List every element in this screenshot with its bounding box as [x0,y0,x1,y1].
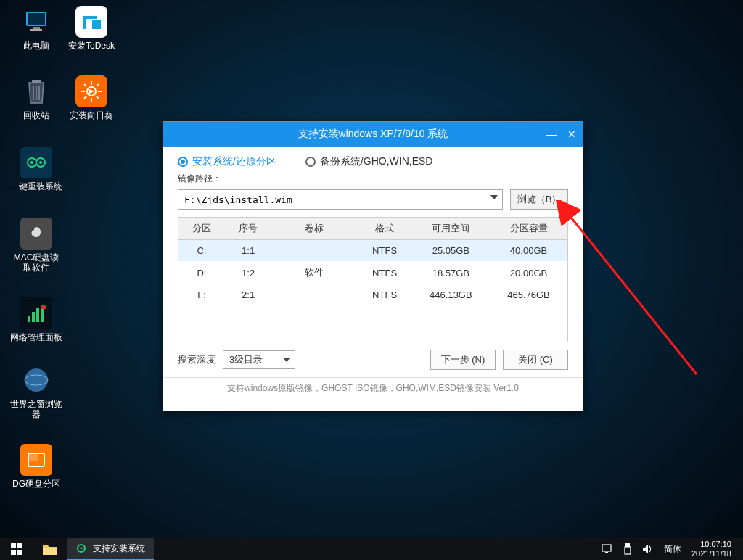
netpanel-icon [20,297,52,329]
dialog-footer-row: 搜索深度 3级目录 下一步 (N) 关闭 (C) [163,342,583,377]
mac-hdd-icon [20,218,52,250]
svg-rect-43 [605,552,608,553]
svg-rect-3 [30,29,42,31]
tray-ime[interactable]: 简体 [664,543,681,556]
svg-rect-39 [43,548,57,555]
desktop: 此电脑 安装ToDesk 回收站 安装向日葵 一键重装系统 MAC硬盘读 取软件 [0,0,743,538]
svg-rect-2 [33,27,40,29]
desktop-icon-browser[interactable]: 世界之窗浏览 器 [10,364,62,420]
svg-point-41 [81,548,83,550]
partition-table[interactable]: 分区 序号 卷标 格式 可用空间 分区容量 C: 1:1 NTFS 25.05 [178,217,568,342]
dgdisk-icon [20,444,52,476]
chevron-down-icon [283,358,290,362]
svg-rect-29 [41,305,46,309]
desktop-icon-todesk[interactable]: 安装ToDesk [65,6,118,51]
th-serial[interactable]: 序号 [225,218,271,240]
desktop-icon-label: 此电脑 [10,41,62,51]
browse-button-label: 浏览（B） [517,193,562,206]
table-row[interactable]: C: 1:1 NTFS 25.05GB 40.00GB [178,240,568,262]
svg-line-19 [84,96,86,99]
svg-rect-26 [32,312,35,322]
svg-rect-27 [36,308,39,322]
desktop-icon-macread[interactable]: MAC硬盘读 取软件 [10,218,62,273]
radio-backup[interactable]: 备份系统/GHO,WIN,ESD [305,155,433,168]
desktop-icon-label: MAC硬盘读 取软件 [10,252,62,273]
tray-volume-icon[interactable] [642,544,654,554]
partition-table-wrap: 分区 序号 卷标 格式 可用空间 分区容量 C: 1:1 NTFS 25.05 [163,217,583,342]
svg-rect-37 [11,550,16,555]
desktop-icon-sunflower[interactable]: 安装向日葵 [65,75,118,120]
start-button[interactable] [0,538,33,560]
depth-value: 3级目录 [229,353,263,366]
search-depth-dropdown[interactable]: 3级目录 [223,350,295,369]
close-button[interactable]: ✕ [565,128,578,140]
clock-date: 2021/11/18 [691,549,731,559]
tray-usb-icon[interactable] [623,543,632,555]
radio-label: 安装系统/还原分区 [192,155,276,168]
dialog-footer-text: 支持windows原版镜像，GHOST ISO镜像，GHO,WIM,ESD镜像安… [163,377,583,399]
table-row[interactable] [178,305,568,342]
svg-line-18 [97,84,99,86]
svg-rect-25 [28,316,30,322]
svg-rect-33 [28,453,38,461]
svg-marker-20 [89,89,94,94]
desktop-icon-dgdisk[interactable]: DG硬盘分区 [10,444,62,489]
desktop-icon-label: 世界之窗浏览 器 [10,399,62,420]
svg-rect-35 [11,543,16,548]
taskbar: 支持安装系统 简体 10:07:10 2021/11/18 [0,538,743,560]
desktop-icon-recycle[interactable]: 回收站 [10,75,62,120]
desktop-icon-pc[interactable]: 此电脑 [10,6,62,51]
th-format[interactable]: 格式 [358,218,412,240]
browse-button[interactable]: 浏览（B） [510,189,568,210]
svg-rect-7 [32,80,41,83]
taskbar-explorer[interactable] [33,538,67,560]
svg-rect-1 [28,13,45,25]
th-volume[interactable]: 卷标 [271,218,357,240]
next-button[interactable]: 下一步 (N) [430,350,496,370]
desktop-icon-netpanel[interactable]: 网络管理面板 [10,297,62,342]
tray-clock[interactable]: 10:07:10 2021/11/18 [691,540,739,558]
close-dialog-button[interactable]: 关闭 (C) [503,350,568,370]
depth-label: 搜索深度 [178,353,215,366]
dialog-title: 支持安装windows XP/7/8/10 系统 [298,128,448,141]
radio-install-restore[interactable]: 安装系统/还原分区 [178,155,276,168]
sunflower-icon [75,75,107,107]
table-row[interactable]: F: 2:1 NTFS 446.13GB 465.76GB [178,284,568,305]
svg-rect-45 [625,547,631,554]
taskbar-task-installer[interactable]: 支持安装系统 [67,538,154,560]
minimize-button[interactable]: — [545,128,558,140]
svg-line-17 [97,96,99,99]
browser-icon [20,364,52,396]
desktop-icon-label: 一键重装系统 [10,181,62,192]
mode-radio-group: 安装系统/还原分区 备份系统/GHO,WIN,ESD [163,147,583,173]
tray-network-icon[interactable] [602,544,613,554]
desktop-icon-label: DG硬盘分区 [10,479,62,489]
todesk-icon [75,6,107,38]
desktop-icon-label: 安装ToDesk [65,41,118,51]
pc-icon [20,6,52,38]
svg-rect-44 [625,543,630,547]
desktop-icon-reinstall[interactable]: 一键重装系统 [10,147,62,192]
svg-rect-38 [17,550,22,555]
svg-line-16 [84,84,86,86]
reinstall-icon [20,147,52,178]
image-path-value: F:\Zjds\install.wim [184,194,292,205]
svg-point-23 [30,161,33,164]
window-controls: — ✕ [545,122,578,147]
th-partition[interactable]: 分区 [178,218,225,240]
taskbar-task-label: 支持安装系统 [93,543,145,555]
svg-point-30 [25,368,48,392]
path-label: 镜像路径： [178,173,568,185]
svg-rect-6 [83,16,86,29]
recycle-icon [20,75,52,107]
clock-time: 10:07:10 [691,540,731,549]
th-capacity[interactable]: 分区容量 [490,218,567,240]
install-dialog: 支持安装windows XP/7/8/10 系统 — ✕ 安装系统/还原分区 备… [163,121,583,411]
desktop-icon-label: 网络管理面板 [10,332,62,342]
th-free[interactable]: 可用空间 [412,218,490,240]
image-path-dropdown[interactable]: F:\Zjds\install.wim [178,189,503,210]
svg-line-34 [569,215,697,374]
svg-point-24 [39,161,42,164]
dialog-titlebar[interactable]: 支持安装windows XP/7/8/10 系统 — ✕ [163,122,583,147]
table-row[interactable]: D: 1:2 软件 NTFS 18.57GB 20.00GB [178,261,568,284]
